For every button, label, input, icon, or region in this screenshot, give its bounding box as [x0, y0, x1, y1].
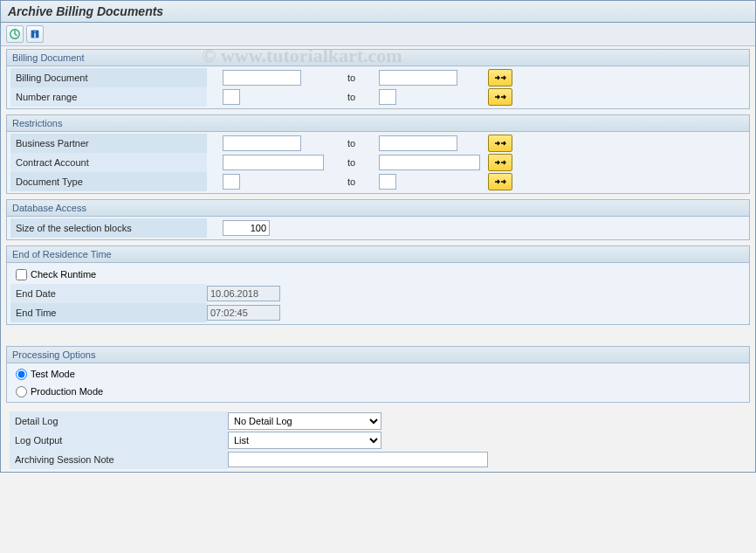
- group-header: End of Residence Time: [7, 246, 749, 263]
- group-billing-document: Billing Document Billing Document to Num…: [6, 49, 750, 109]
- svg-line-2: [15, 34, 17, 36]
- multiple-selection-button[interactable]: [488, 88, 512, 106]
- label-end-time: End Time: [10, 303, 207, 322]
- end-date-display: [207, 286, 280, 301]
- to-label: to: [347, 138, 370, 149]
- multiple-selection-button[interactable]: [488, 154, 512, 171]
- selection-blocks-input[interactable]: [223, 220, 270, 236]
- label-number-range: Number range: [10, 87, 207, 107]
- production-mode-radio[interactable]: [16, 386, 27, 397]
- label-detail-log: Detail Log: [10, 411, 228, 431]
- page-title: Archive Billing Documents: [1, 1, 755, 23]
- to-label: to: [347, 73, 370, 83]
- test-mode-label: Test Mode: [31, 369, 75, 379]
- billing-document-to-input[interactable]: [379, 70, 457, 86]
- multiple-selection-button[interactable]: [488, 173, 512, 190]
- group-header: Database Access: [7, 200, 749, 217]
- to-label: to: [347, 92, 370, 102]
- number-range-to-input[interactable]: [379, 89, 396, 105]
- end-time-display: [207, 305, 280, 321]
- check-runtime-checkbox[interactable]: [16, 269, 27, 280]
- group-processing-options: Processing Options Test Mode Production …: [6, 346, 750, 403]
- archiving-note-input[interactable]: [228, 452, 488, 467]
- billing-document-from-input[interactable]: [223, 70, 301, 86]
- group-header: Restrictions: [7, 115, 749, 132]
- label-end-date: End Date: [10, 284, 207, 303]
- group-header: Billing Document: [7, 50, 749, 66]
- business-partner-from-input[interactable]: [223, 135, 301, 151]
- toolbar: i © www.tutorialkart.com: [1, 23, 755, 46]
- production-mode-label: Production Mode: [31, 386, 103, 397]
- group-residence-time: End of Residence Time Check Runtime End …: [6, 245, 750, 325]
- svg-text:i: i: [34, 30, 37, 39]
- label-archiving-note: Archiving Session Note: [10, 450, 228, 469]
- label-contract-account: Contract Account: [10, 153, 207, 172]
- check-runtime-label: Check Runtime: [31, 269, 96, 280]
- group-restrictions: Restrictions Business Partner to Contrac…: [6, 114, 750, 194]
- log-output-select[interactable]: List: [228, 432, 381, 449]
- label-selection-blocks: Size of the selection blocks: [10, 218, 207, 238]
- execute-button[interactable]: [6, 25, 24, 43]
- group-header: Processing Options: [7, 347, 749, 363]
- document-type-to-input[interactable]: [379, 174, 396, 190]
- contract-account-from-input[interactable]: [223, 155, 324, 170]
- multiple-selection-button[interactable]: [488, 69, 512, 86]
- group-database-access: Database Access Size of the selection bl…: [6, 199, 750, 240]
- label-document-type: Document Type: [10, 172, 207, 191]
- label-billing-document: Billing Document: [10, 68, 207, 87]
- to-label: to: [347, 157, 370, 168]
- label-business-partner: Business Partner: [10, 134, 207, 153]
- info-button[interactable]: i: [26, 25, 44, 43]
- label-log-output: Log Output: [10, 431, 228, 450]
- business-partner-to-input[interactable]: [379, 135, 457, 151]
- multiple-selection-button[interactable]: [488, 135, 512, 152]
- test-mode-radio[interactable]: [16, 369, 27, 380]
- to-label: to: [347, 176, 370, 187]
- document-type-from-input[interactable]: [223, 174, 240, 190]
- detail-log-select[interactable]: No Detail Log: [228, 412, 381, 430]
- number-range-from-input[interactable]: [223, 89, 240, 105]
- contract-account-to-input[interactable]: [379, 155, 480, 170]
